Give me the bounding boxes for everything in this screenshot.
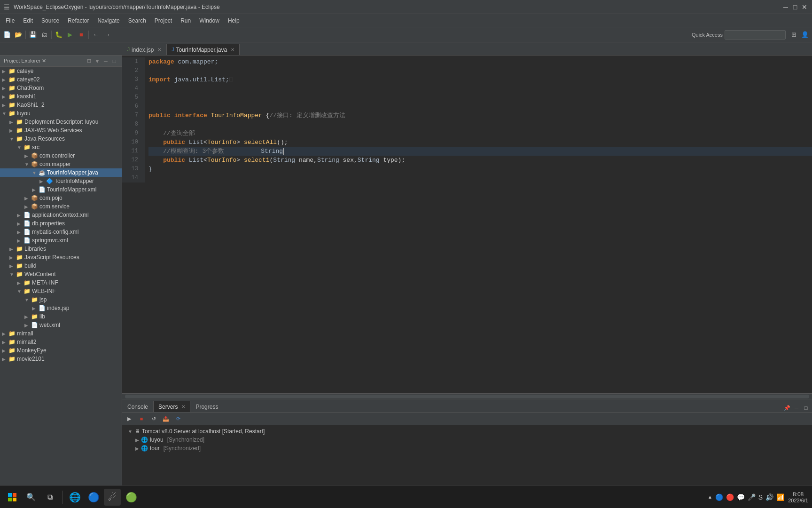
menu-item-navigate[interactable]: Navigate: [94, 16, 123, 25]
server-start-btn[interactable]: ▶: [124, 413, 134, 424]
edge-icon[interactable]: 🌐: [66, 489, 83, 506]
tree-item-web-inf[interactable]: ▼📁WEB-INF: [0, 287, 122, 295]
tree-arrow[interactable]: ▶: [2, 340, 8, 345]
menu-item-help[interactable]: Help: [224, 16, 243, 25]
sidebar-min-btn[interactable]: ─: [102, 57, 109, 65]
server-stop-btn[interactable]: ■: [136, 413, 147, 424]
tree-item-luyou[interactable]: ▼📁luyou: [0, 109, 122, 118]
stop-button[interactable]: ■: [76, 30, 86, 40]
back-button[interactable]: ←: [91, 30, 101, 40]
tree-item-web-xml[interactable]: ▶📄web.xml: [0, 321, 122, 329]
search-button[interactable]: 🔍: [23, 489, 39, 506]
tree-item-java-resources[interactable]: ▼📁Java Resources: [0, 135, 122, 143]
close-button[interactable]: ✕: [801, 3, 808, 11]
tree-arrow[interactable]: ▶: [2, 348, 8, 353]
extra-icon[interactable]: 🟢: [123, 489, 140, 506]
clock[interactable]: 8:08 2023/6/1: [788, 491, 808, 503]
tree-arrow[interactable]: ▼: [24, 162, 30, 167]
open-button[interactable]: 📂: [13, 30, 23, 40]
tree-item-deployment-descriptor--luyou[interactable]: ▶📁Deployment Descriptor: luyou: [0, 118, 122, 126]
tree-item-tourinfomapper-xml[interactable]: ▶📄TourInfoMapper.xml: [0, 185, 122, 194]
menu-item-edit[interactable]: Edit: [19, 16, 37, 25]
tree-item-src[interactable]: ▼📁src: [0, 143, 122, 151]
tree-arrow[interactable]: ▶: [17, 280, 23, 286]
server-tour-entry[interactable]: ▶ 🌐 tour [Synchronized]: [126, 444, 808, 452]
save-button[interactable]: 💾: [28, 30, 38, 40]
eclipse-icon[interactable]: ☄: [104, 489, 121, 506]
tree-item-webcontent[interactable]: ▼📁WebContent: [0, 270, 122, 278]
tree-arrow[interactable]: ▶: [24, 153, 30, 159]
menu-item-refactor[interactable]: Refactor: [64, 16, 93, 25]
server-expand-arrow[interactable]: ▼: [128, 429, 133, 434]
server-luyou-entry[interactable]: ▶ 🌐 luyou [Synchronized]: [126, 436, 808, 444]
tree-arrow[interactable]: ▶: [24, 204, 30, 209]
luyou-expand-arrow[interactable]: ▶: [135, 437, 139, 443]
tree-arrow[interactable]: ▶: [17, 221, 23, 226]
run-button[interactable]: ▶: [65, 30, 75, 40]
tree-item-build[interactable]: ▶📁build: [0, 262, 122, 270]
new-button[interactable]: 📄: [2, 30, 12, 40]
bottom-tab-console[interactable]: Console: [122, 401, 153, 412]
horizontal-scrollbar[interactable]: [122, 393, 812, 399]
tree-item-monkeyeye[interactable]: ▶📁MonkeyEye: [0, 346, 122, 355]
tree-item-kaoshi1-2[interactable]: ▶📁KaoShi1_2: [0, 101, 122, 109]
tree-arrow[interactable]: ▶: [24, 196, 30, 201]
minimize-button[interactable]: ─: [782, 3, 789, 11]
taskview-button[interactable]: ⧉: [41, 489, 58, 506]
tree-item-cateye02[interactable]: ▶📁cateye02: [0, 75, 122, 84]
sidebar-max-btn[interactable]: □: [110, 57, 118, 65]
bottom-pin-btn[interactable]: 📌: [783, 404, 791, 412]
tree-arrow[interactable]: ▼: [2, 111, 8, 116]
tree-item-meta-inf[interactable]: ▶📁META-INF: [0, 278, 122, 287]
tree-arrow[interactable]: ▼: [17, 289, 23, 294]
chrome-icon[interactable]: 🔵: [85, 489, 102, 506]
tab-tourinfoMapper-java[interactable]: J TourInfoMapper.java ✕: [166, 44, 240, 55]
tree-item-tourinfomapper[interactable]: ▶🔷TourInfoMapper: [0, 177, 122, 185]
tree-arrow[interactable]: ▶: [32, 306, 38, 311]
tree-item-applicationcontext-xml[interactable]: ▶📄applicationContext.xml: [0, 211, 122, 219]
maximize-button[interactable]: □: [791, 3, 799, 11]
debug-button[interactable]: 🐛: [54, 30, 64, 40]
tree-arrow[interactable]: ▶: [2, 94, 8, 99]
start-button[interactable]: [4, 489, 21, 506]
tree-item-jsp[interactable]: ▼📁jsp: [0, 295, 122, 304]
tree-item-com-pojo[interactable]: ▶📦com.pojo: [0, 194, 122, 202]
tree-item-lib[interactable]: ▶📁lib: [0, 312, 122, 321]
tree-arrow[interactable]: ▶: [9, 128, 15, 133]
menu-item-file[interactable]: File: [2, 16, 18, 25]
tree-arrow[interactable]: ▼: [9, 272, 15, 277]
save-all-button[interactable]: 🗂: [39, 30, 49, 40]
code-editor[interactable]: 1234567891011121314 package com.mapper; …: [122, 56, 812, 393]
server-publish-btn[interactable]: 📤: [161, 413, 171, 424]
tree-item-javascript-resources[interactable]: ▶📁JavaScript Resources: [0, 253, 122, 262]
tree-item-mimall[interactable]: ▶📁mimall: [0, 329, 122, 338]
tree-item-kaoshi1[interactable]: ▶📁kaoshi1: [0, 92, 122, 101]
tray-up-arrow[interactable]: ▲: [708, 494, 712, 500]
tree-item-mybatis-config-xml[interactable]: ▶📄mybatis-config.xml: [0, 228, 122, 236]
tab-index-jsp[interactable]: J index.jsp ✕: [122, 44, 166, 55]
tree-arrow[interactable]: ▼: [17, 145, 23, 150]
perspectives-button[interactable]: ⊞: [789, 30, 799, 40]
bottom-max-btn[interactable]: □: [802, 404, 810, 412]
tree-arrow[interactable]: ▶: [2, 103, 8, 108]
tree-arrow[interactable]: ▶: [9, 246, 15, 252]
tree-arrow[interactable]: ▶: [9, 255, 15, 260]
bottom-tab-servers-close[interactable]: ✕: [181, 404, 185, 409]
tree-arrow[interactable]: ▼: [24, 297, 30, 302]
tree-item-tourinfomapper-java[interactable]: ▼☕TourInfoMapper.java: [0, 168, 122, 177]
tree-item-com-controller[interactable]: ▶📦com.controller: [0, 151, 122, 160]
tree-item-com-service[interactable]: ▶📦com.service: [0, 202, 122, 211]
bottom-tab-progress[interactable]: Progress: [190, 401, 223, 412]
bottom-tab-servers[interactable]: Servers ✕: [153, 401, 190, 412]
tab-close-index-jsp[interactable]: ✕: [157, 47, 161, 52]
sidebar-menu-btn[interactable]: ▼: [94, 57, 101, 65]
server-main-entry[interactable]: ▼ 🖥 Tomcat v8.0 Server at localhost [Sta…: [126, 427, 808, 436]
tree-arrow[interactable]: ▶: [2, 69, 8, 74]
tree-item-jax-ws-web-services[interactable]: ▶📁JAX-WS Web Services: [0, 126, 122, 135]
tree-arrow[interactable]: ▶: [24, 314, 30, 319]
menu-item-search[interactable]: Search: [125, 16, 150, 25]
tree-item-movie2101[interactable]: ▶📁movie2101: [0, 355, 122, 363]
tree-arrow[interactable]: ▶: [9, 263, 15, 269]
tree-arrow[interactable]: ▶: [24, 323, 30, 328]
tree-item-db-properties[interactable]: ▶📄db.properties: [0, 219, 122, 228]
